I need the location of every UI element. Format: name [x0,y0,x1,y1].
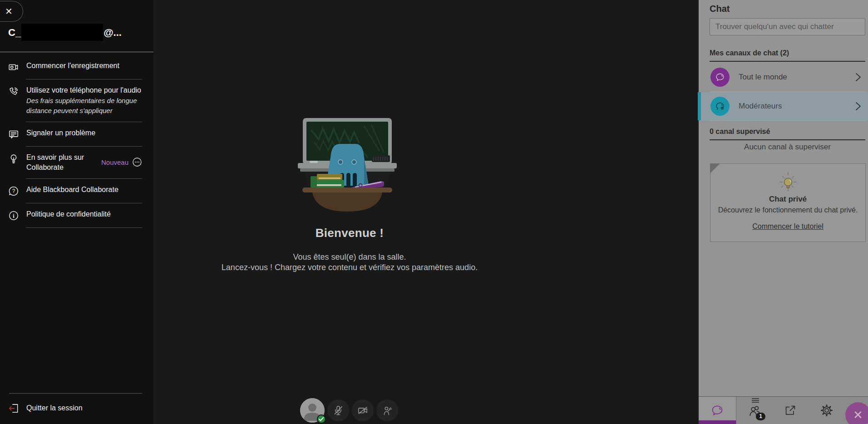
moderators-channel-icon [710,97,730,116]
collaborate-panel-tab-bar: 1 [699,396,868,424]
menu-item-privacy-policy[interactable]: i Politique de confidentialité [0,203,153,227]
supervised-empty-text: Aucun canal à superviser [710,143,865,152]
menu-item-help[interactable]: ? Aide Blackboard Collaborate [0,179,153,203]
redacted-session-title [21,24,103,41]
chat-panel-title: Chat [710,4,730,14]
exit-door-icon [8,402,20,414]
lightbulb-tip-icon [776,170,800,194]
supervised-channels-header: 0 canal supervisé [710,128,865,140]
start-tutorial-link[interactable]: Commencer le tutoriel [752,222,824,231]
desk-top [302,187,392,192]
divider [0,52,153,52]
empty-room-illustration [296,116,399,212]
chevron-right-icon [854,101,862,111]
chevron-right-icon [854,72,862,82]
microphone-muted-button[interactable] [327,399,349,421]
welcome-line1: Vous êtes seul(e) dans la salle. [213,252,486,262]
card-description: Découvrez le fonctionnement du chat priv… [710,206,865,214]
chalk-piece [310,161,318,163]
welcome-line2: Lancez-vous ! Chargez votre contenu et v… [213,262,486,273]
raise-hand-button[interactable] [376,399,398,421]
welcome-title: Bienvenue ! [213,226,486,240]
close-collaborate-panel-button[interactable]: ✕ [845,402,868,424]
phone-audio-note: Des frais supplémentaires de longue dist… [26,96,143,116]
nouveau-badge: Nouveau [101,158,128,166]
participants-count-badge: 1 [756,413,765,420]
tab-participants[interactable]: 1 [744,397,766,424]
svg-text:i: i [13,213,15,219]
active-channel-accent [698,92,701,120]
lightbulb-icon [8,153,20,165]
tab-chat[interactable] [699,397,736,424]
close-icon: ✕ [5,6,13,16]
raise-hand-icon [381,404,393,416]
divider [26,227,142,228]
yellow-book [317,174,342,180]
menu-item-learn-collaborate[interactable]: En savoir plus sur Collaborate Nouveau [0,147,153,178]
recording-camera-icon [8,61,20,73]
everyone-channel-icon [710,68,730,87]
help-icon: ? [8,185,20,197]
svg-text:?: ? [12,188,15,194]
report-problem-icon [8,128,20,140]
gear-icon [820,404,833,417]
phone-icon [8,85,20,98]
channel-everyone[interactable]: Tout le monde [699,63,868,92]
close-icon: ✕ [853,408,863,422]
tab-settings[interactable] [815,397,838,424]
chat-search-input[interactable] [710,18,865,35]
chat-tab-icon [710,404,724,417]
private-chat-tutorial-card: Chat privé Découvrez le fonctionnement d… [710,163,866,242]
close-session-menu-button[interactable]: ✕ [0,1,23,22]
divider [710,120,865,121]
presence-check-icon [317,414,326,424]
session-menu-panel: ✕ C_@... Commencer l'enregistrement [0,0,153,424]
session-menu-list: Commencer l'enregistrement Utilisez votr… [0,55,153,228]
microphone-off-icon [332,404,344,416]
divider [736,397,736,424]
my-status-button[interactable] [300,398,325,423]
camera-muted-button[interactable] [352,399,374,421]
card-title: Chat privé [710,195,865,204]
menu-item-phone-audio[interactable]: Utilisez votre téléphone pour l'audio De… [0,79,153,122]
desk-base [312,192,382,212]
session-title: C_@... [8,24,144,41]
welcome-message: Bienvenue ! Vous êtes seul(e) dans la sa… [213,226,486,273]
ellipsis-circle-icon [132,157,142,167]
share-content-icon [784,404,797,417]
menu-item-start-recording[interactable]: Commencer l'enregistrement [0,55,153,79]
my-channels-header: Mes canaux de chat (2) [710,49,865,62]
tab-share-content[interactable] [779,397,802,424]
menu-item-report-problem[interactable]: Signaler un problème [0,122,153,146]
info-icon: i [8,209,20,222]
chat-panel: Chat Mes canaux de chat (2) Tout le mond… [698,0,868,424]
green-book [313,180,344,187]
folded-corner [710,163,720,173]
menu-item-quit-session[interactable]: Quitter la session [0,394,153,424]
channel-moderators[interactable]: Modérateurs [699,92,868,120]
camera-off-icon [357,404,369,416]
